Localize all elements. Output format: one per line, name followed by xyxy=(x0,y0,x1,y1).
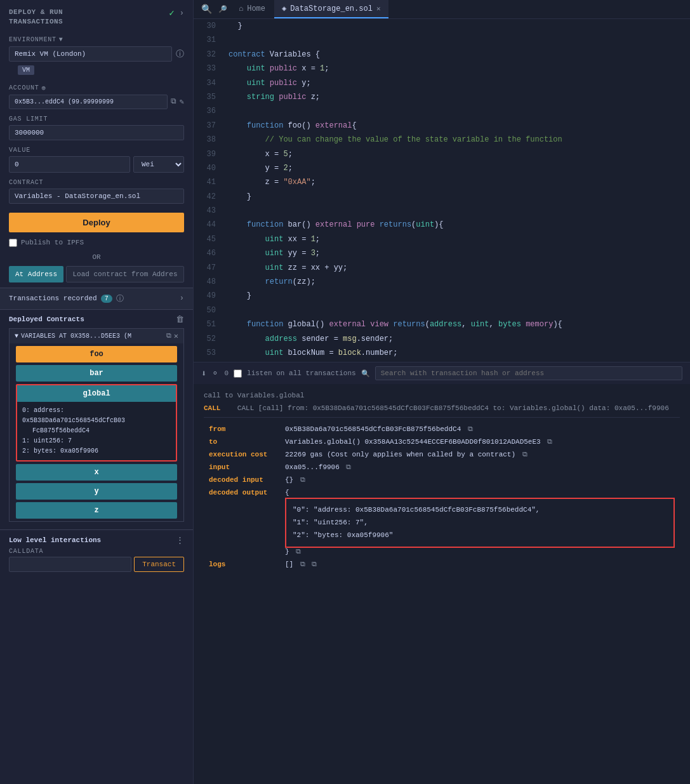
plus-icon[interactable]: ⊕ xyxy=(42,84,46,92)
bar-button[interactable]: bar xyxy=(16,365,177,382)
forward-icon[interactable]: › xyxy=(180,9,184,18)
y-button[interactable]: y xyxy=(16,483,177,500)
gas-label: GAS LIMIT xyxy=(0,113,193,124)
value-input[interactable] xyxy=(9,156,130,173)
copy-decoded-input-icon[interactable]: ⧉ xyxy=(300,476,305,484)
close-contract-icon[interactable]: ✕ xyxy=(174,331,178,341)
transactions-badge: 7 xyxy=(101,295,112,303)
line-code: } xyxy=(222,289,690,303)
account-select[interactable]: 0x5B3...eddC4 (99.99999999 xyxy=(9,95,168,109)
publish-row: Publish to IPFS xyxy=(9,239,184,247)
panel-header: DEPLOY & RUN TRANSACTIONS ✓ › xyxy=(0,0,193,32)
line-number: 40 xyxy=(194,161,222,175)
deploy-button[interactable]: Deploy xyxy=(9,213,184,232)
environment-select[interactable]: Remix VM (London) xyxy=(9,46,172,62)
unit-select[interactable]: Wei xyxy=(133,156,184,173)
code-line: 44 function bar() external pure returns(… xyxy=(194,218,690,232)
global-output-0: 0: address: 0x5B38Da6a701c568545dCfcB03 xyxy=(22,406,171,426)
exec-cost-key: execution cost xyxy=(204,448,280,461)
low-level-title: Low level interactions xyxy=(9,536,101,544)
search-icon[interactable]: 🔍 xyxy=(361,369,370,378)
z-button[interactable]: z xyxy=(16,502,177,519)
publish-checkbox[interactable] xyxy=(9,239,17,247)
input-key: input xyxy=(204,461,280,474)
x-button[interactable]: x xyxy=(16,464,177,481)
low-level-section: Low level interactions ⋮ CALLDATA Transa… xyxy=(0,529,193,577)
copy-account-icon[interactable]: ⧉ xyxy=(171,97,176,106)
transactions-arrow-icon[interactable]: › xyxy=(180,294,184,303)
global-output-0b: FcB875f56beddC4 xyxy=(22,426,171,436)
line-code: // You can change the value of the state… xyxy=(222,133,690,147)
table-row: to Variables.global() 0x358AA13c52544ECC… xyxy=(204,435,680,448)
code-line: 52 address sender = msg.sender; xyxy=(194,332,690,346)
code-line: 31 xyxy=(194,33,690,47)
table-row: logs [] ⧉ ⧉ xyxy=(204,558,680,571)
code-line: 30 } xyxy=(194,19,690,33)
copy-logs-icon2[interactable]: ⧉ xyxy=(312,561,317,568)
edit-account-icon[interactable]: ✎ xyxy=(180,97,184,107)
line-code: uint xx = 1; xyxy=(222,232,690,246)
call-header: call to Variables.global xyxy=(204,392,680,399)
copy-exec-icon[interactable]: ⧉ xyxy=(522,451,527,458)
exec-cost-val: 22269 gas (Cost only applies when called… xyxy=(280,448,680,461)
tab-home[interactable]: ⌂ Home xyxy=(231,1,273,18)
code-line: 50 xyxy=(194,303,690,317)
decoded-input-val: {} ⧉ xyxy=(280,474,680,486)
line-number: 37 xyxy=(194,119,222,133)
line-number: 43 xyxy=(194,204,222,218)
line-code: uint public y; xyxy=(222,76,690,90)
trash-icon[interactable]: 🗑 xyxy=(176,315,184,324)
code-line: 38 // You can change the value of the st… xyxy=(194,133,690,147)
line-code: uint blockNum = block.number; xyxy=(222,346,690,360)
copy-decoded-output-icon[interactable]: ⧉ xyxy=(296,548,301,555)
or-divider: OR xyxy=(0,251,193,263)
copy-to-icon[interactable]: ⧉ xyxy=(547,438,552,446)
line-code: } xyxy=(222,19,690,33)
transactions-info-icon[interactable]: ⓘ xyxy=(116,293,124,304)
tab-home-label: Home xyxy=(247,4,265,13)
global-output-2: 2: bytes: 0xa05f9906 xyxy=(22,446,171,456)
copy-logs-icon1[interactable]: ⧉ xyxy=(300,561,305,568)
publish-label: Publish to IPFS xyxy=(21,239,84,246)
home-icon: ⌂ xyxy=(239,4,243,13)
terminal-bar: ⬇ ⚬ 0 listen on all transactions 🔍 xyxy=(194,362,690,384)
load-contract-button[interactable]: Load contract from Addres xyxy=(66,266,184,282)
line-code: uint public x = 1; xyxy=(222,62,690,76)
zoom-out-icon[interactable]: 🔍 xyxy=(199,0,215,18)
code-editor: 30 }31 32contract Variables {33 uint pub… xyxy=(194,19,690,362)
environment-info-icon[interactable]: ⓘ xyxy=(176,48,184,60)
calldata-input[interactable] xyxy=(9,557,131,572)
terminal-icon: ⚬ xyxy=(211,368,219,379)
chevron-down-icon[interactable]: ▼ xyxy=(15,333,18,340)
foo-button[interactable]: foo xyxy=(16,346,177,362)
global-button[interactable]: global xyxy=(17,385,176,402)
contract-label: CONTRACT xyxy=(0,176,193,187)
tab-file-label: DataStorage_en.sol xyxy=(290,4,373,13)
output-table: from 0x5B38Da6a701c568545dCfcB03FcB875f5… xyxy=(204,423,680,571)
zoom-in-icon[interactable]: 🔎 xyxy=(216,1,230,17)
line-number: 48 xyxy=(194,275,222,289)
code-table: 30 }31 32contract Variables {33 uint pub… xyxy=(194,19,690,362)
line-code xyxy=(222,33,690,47)
transact-button[interactable]: Transact xyxy=(134,557,184,572)
at-address-button[interactable]: At Address xyxy=(9,266,63,282)
gas-limit-input[interactable] xyxy=(9,125,184,140)
search-input[interactable] xyxy=(375,366,682,380)
low-level-info-icon[interactable]: ⋮ xyxy=(176,535,184,545)
tab-close-icon[interactable]: ✕ xyxy=(376,4,381,13)
code-line: 41 z = "0xAA"; xyxy=(194,175,690,189)
copy-input-icon[interactable]: ⧉ xyxy=(346,463,351,471)
panel-title: DEPLOY & RUN TRANSACTIONS xyxy=(9,8,63,27)
code-line: 46 uint yy = 3; xyxy=(194,246,690,260)
copy-contract-icon[interactable]: ⧉ xyxy=(166,332,171,340)
from-val: 0x5B38Da6a701c568545dCfcB03FcB875f56bedd… xyxy=(280,423,680,435)
terminal-collapse-icon[interactable]: ⬇ xyxy=(201,368,206,379)
left-panel: DEPLOY & RUN TRANSACTIONS ✓ › ENVIRONMEN… xyxy=(0,0,194,784)
copy-from-icon[interactable]: ⧉ xyxy=(468,425,473,433)
listen-checkbox[interactable] xyxy=(234,369,242,378)
logs-key: logs xyxy=(204,558,280,571)
decoded-output-line2: "2": "bytes: 0xa05f9906" xyxy=(293,529,667,542)
tab-datastorage[interactable]: ◈ DataStorage_en.sol ✕ xyxy=(274,0,388,18)
code-line: 43 xyxy=(194,204,690,218)
contract-select[interactable]: Variables - DataStorage_en.sol xyxy=(9,189,184,204)
